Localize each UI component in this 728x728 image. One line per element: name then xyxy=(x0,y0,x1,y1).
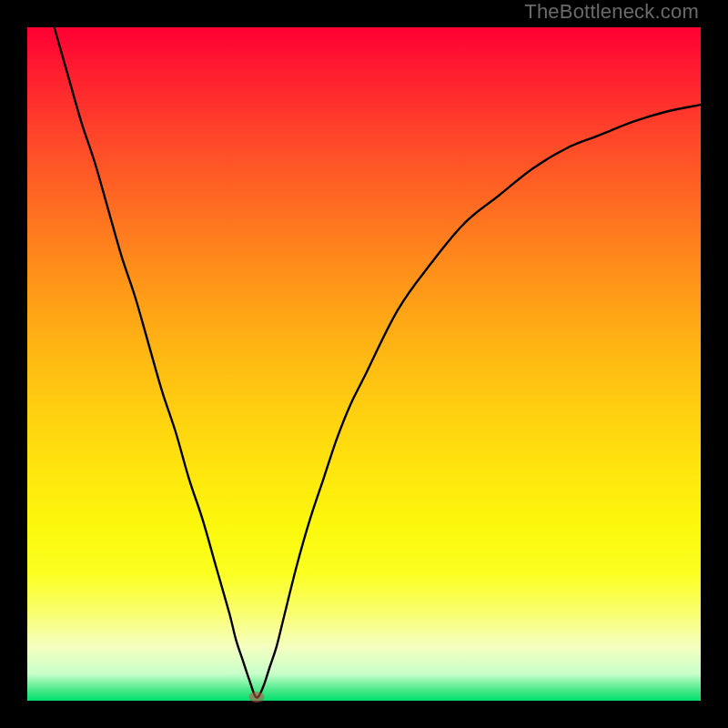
bottleneck-curve xyxy=(55,27,701,697)
chart-frame: TheBottleneck.com xyxy=(0,0,728,728)
curve-svg xyxy=(27,27,701,701)
optimum-marker xyxy=(248,692,264,703)
watermark-text: TheBottleneck.com xyxy=(524,0,699,24)
